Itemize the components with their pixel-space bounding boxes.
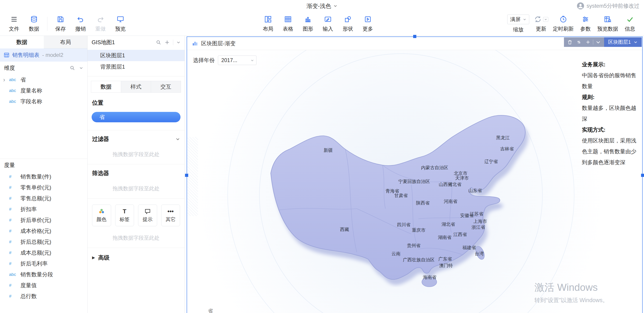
- dataset-item[interactable]: 销售明细表 - model2: [0, 48, 87, 62]
- resize-handle-left[interactable]: [185, 174, 188, 177]
- expand-arrow-icon[interactable]: ›: [3, 77, 9, 83]
- divider: [173, 40, 173, 45]
- measure-field[interactable]: # 度量值: [0, 280, 87, 291]
- chevron-down-icon: [333, 4, 338, 8]
- toolbar-file-button[interactable]: 文件: [4, 15, 24, 32]
- toolbar-params-label: 参数: [580, 25, 591, 32]
- field-type-icon: #: [9, 250, 20, 255]
- layer-item[interactable]: 背景图层1: [88, 61, 184, 72]
- layer-config-panel: GIS地图1 区块图层1背景图层1: [88, 36, 185, 313]
- toolbar-params-button[interactable]: 参数: [576, 15, 596, 32]
- toolbar-shape-button[interactable]: 形状: [338, 15, 358, 32]
- trash-icon: [567, 39, 572, 45]
- resize-handle-right[interactable]: [641, 174, 644, 177]
- save-icon: [57, 15, 64, 23]
- mark-tooltip-button[interactable]: 提示: [138, 204, 157, 226]
- field-label: 销售数量(件): [20, 173, 51, 180]
- reorder-layers-button[interactable]: [574, 37, 584, 47]
- windows-activation-watermark: 激活 Windows 转到“设置”以激活 Windows。: [534, 281, 608, 304]
- toolbar-timed-refresh-button[interactable]: 定时刷新: [551, 15, 576, 32]
- overlay-more-dropdown[interactable]: [594, 37, 603, 47]
- toolbar-preview-label: 预览: [115, 25, 126, 32]
- measure-field[interactable]: # 成本总额(元): [0, 247, 87, 258]
- field-label: 省: [20, 76, 26, 83]
- mark-color-button[interactable]: 颜色: [92, 204, 111, 226]
- toolbar-redo-button[interactable]: 重做: [90, 15, 110, 32]
- dimension-field[interactable]: abc 字段名称: [0, 96, 87, 107]
- measure-field[interactable]: # 折扣率: [0, 204, 87, 215]
- toolbar-table-label: 表格: [283, 25, 293, 32]
- add-layer-icon[interactable]: [164, 40, 170, 45]
- report-title-dropdown[interactable]: 渐变-浅色: [306, 2, 338, 10]
- chevron-down-icon[interactable]: [176, 40, 180, 44]
- toolbar-save-button[interactable]: 保存: [50, 15, 70, 32]
- measure-field[interactable]: # 成本价格(元): [0, 226, 87, 236]
- toolbar-input-button[interactable]: 输入: [318, 15, 338, 32]
- toolbar-file-label: 文件: [9, 25, 19, 32]
- mark-label-button[interactable]: T 标签: [115, 204, 134, 226]
- refresh-options-dropdown[interactable]: [543, 17, 548, 22]
- marks-dropzone[interactable]: 拖拽数据字段至此处: [92, 226, 180, 248]
- chevron-down-icon: [596, 39, 601, 45]
- map-texture: [188, 137, 198, 216]
- measure-field[interactable]: # 零售总额(元): [0, 193, 87, 204]
- year-filter-label: 选择年份: [193, 57, 215, 64]
- layer-item[interactable]: 区块图层1: [88, 50, 184, 61]
- topbar: 渐变-浅色 system5分钟前修改过: [0, 0, 644, 12]
- position-field-pill[interactable]: 省: [92, 112, 180, 122]
- mark-other-button[interactable]: ••• 其它: [161, 204, 180, 226]
- measure-field[interactable]: # 折后单价(元): [0, 215, 87, 226]
- toolbar-info-label: 信息: [625, 25, 635, 32]
- toolbar-refresh-button[interactable]: 更新: [531, 15, 551, 32]
- selector-dropzone[interactable]: 拖拽数据字段至此处: [92, 177, 180, 198]
- toolbar-chart-button[interactable]: 图形: [298, 15, 318, 32]
- dimension-field[interactable]: › abc 省: [0, 74, 87, 85]
- advanced-section-toggle[interactable]: ▶ 高级: [88, 248, 184, 267]
- toolbar-save-label: 保存: [55, 25, 66, 32]
- tab-data[interactable]: 数据: [0, 36, 44, 48]
- chevron-down-icon[interactable]: [176, 137, 180, 141]
- add-layer-button[interactable]: [584, 37, 592, 47]
- main-toolbar: 文件 数据 保存 撤销 重做: [0, 12, 644, 36]
- search-icon[interactable]: [70, 65, 75, 71]
- toolbar-zoom-control: 满屏 缩放: [506, 14, 531, 33]
- toolbar-undo-button[interactable]: 撤销: [70, 15, 90, 32]
- toolbar-info-button[interactable]: 信息: [620, 15, 640, 32]
- measure-field[interactable]: # 总行数: [0, 291, 87, 302]
- year-select[interactable]: 2017...: [218, 55, 256, 65]
- toolbar-preview-data-button[interactable]: 预览数据: [596, 15, 620, 32]
- toolbar-layout-button[interactable]: 布局: [258, 15, 278, 32]
- china-map[interactable]: [262, 97, 549, 287]
- chevron-down-icon[interactable]: [79, 66, 83, 70]
- dataset-model-suffix: - model2: [42, 52, 63, 58]
- toolbar-data-button[interactable]: 数据: [24, 15, 44, 32]
- measure-field[interactable]: # 销售数量(件): [0, 171, 87, 182]
- dimensions-title: 维度: [4, 64, 15, 72]
- measure-field[interactable]: # 零售单价(元): [0, 182, 87, 193]
- toolbar-table-button[interactable]: 表格: [278, 15, 298, 32]
- dimension-field[interactable]: abc 度量名称: [0, 85, 87, 96]
- color-dots-icon: [98, 208, 105, 215]
- toolbar-preview-button[interactable]: 预览: [110, 15, 130, 32]
- measure-field[interactable]: abc 销售数量分段: [0, 269, 87, 280]
- layer-config-tab[interactable]: 数据: [91, 81, 121, 93]
- resize-handle-top[interactable]: [413, 35, 416, 38]
- measure-field[interactable]: # 折后毛利率: [0, 258, 87, 269]
- toolbar-more-button[interactable]: 更多: [358, 15, 378, 32]
- active-layer-dropdown[interactable]: 区块图层1: [604, 37, 642, 47]
- undo-icon: [77, 15, 84, 23]
- map-widget[interactable]: 区块图层1 区块图层-渐变 选择年份 2017...: [186, 36, 643, 313]
- tab-layout[interactable]: 布局: [44, 36, 88, 48]
- delete-widget-button[interactable]: [565, 37, 574, 47]
- user-info[interactable]: system5分钟前修改过: [577, 2, 640, 10]
- chevron-down-icon: [250, 57, 254, 63]
- layer-config-tab[interactable]: 交互: [151, 81, 181, 93]
- fullscreen-select[interactable]: 满屏: [507, 14, 529, 24]
- filter-dropzone[interactable]: 拖拽数据字段至此处: [92, 143, 180, 164]
- toolbar-divider: [47, 17, 48, 31]
- layer-config-tab[interactable]: 样式: [121, 81, 151, 93]
- gis-map-title: GIS地图1: [92, 39, 152, 46]
- measure-field[interactable]: # 折后总额(元): [0, 236, 87, 247]
- toolbar-data-label: 数据: [29, 25, 39, 32]
- search-icon[interactable]: [156, 40, 161, 45]
